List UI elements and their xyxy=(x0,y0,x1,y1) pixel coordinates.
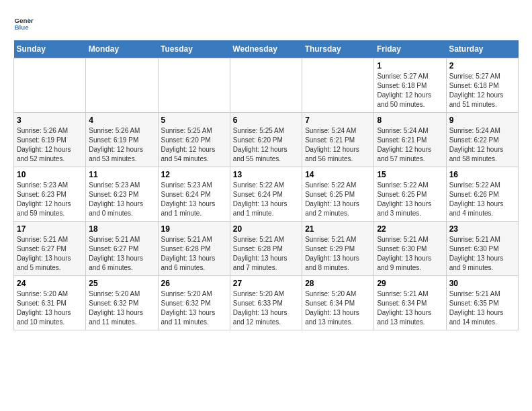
day-number: 26 xyxy=(161,279,227,288)
day-info: Sunrise: 5:20 AM Sunset: 6:31 PM Dayligh… xyxy=(17,289,83,327)
day-number: 15 xyxy=(377,170,443,179)
day-info: Sunrise: 5:21 AM Sunset: 6:34 PM Dayligh… xyxy=(377,289,443,327)
header-saturday: Saturday xyxy=(446,40,518,58)
page-header: General Blue xyxy=(13,13,519,34)
calendar-cell: 7Sunrise: 5:24 AM Sunset: 6:21 PM Daylig… xyxy=(302,113,374,167)
calendar-cell: 13Sunrise: 5:22 AM Sunset: 6:24 PM Dayli… xyxy=(230,167,302,222)
day-number: 5 xyxy=(161,116,227,125)
calendar-header-row: SundayMondayTuesdayWednesdayThursdayFrid… xyxy=(14,40,519,58)
day-info: Sunrise: 5:21 AM Sunset: 6:30 PM Dayligh… xyxy=(449,235,515,273)
calendar-cell: 14Sunrise: 5:22 AM Sunset: 6:25 PM Dayli… xyxy=(302,167,374,222)
calendar-table: SundayMondayTuesdayWednesdayThursdayFrid… xyxy=(13,40,519,330)
calendar-cell: 2Sunrise: 5:27 AM Sunset: 6:18 PM Daylig… xyxy=(446,58,518,113)
calendar-cell xyxy=(302,58,374,113)
day-number: 28 xyxy=(305,279,371,288)
calendar-cell: 18Sunrise: 5:21 AM Sunset: 6:27 PM Dayli… xyxy=(86,222,158,276)
calendar-cell: 16Sunrise: 5:22 AM Sunset: 6:26 PM Dayli… xyxy=(446,167,518,222)
calendar-cell: 4Sunrise: 5:26 AM Sunset: 6:19 PM Daylig… xyxy=(86,113,158,167)
calendar-cell: 11Sunrise: 5:23 AM Sunset: 6:23 PM Dayli… xyxy=(86,167,158,222)
day-number: 4 xyxy=(89,116,154,125)
day-info: Sunrise: 5:21 AM Sunset: 6:28 PM Dayligh… xyxy=(233,235,299,273)
calendar-cell: 21Sunrise: 5:21 AM Sunset: 6:29 PM Dayli… xyxy=(302,222,374,276)
calendar-cell xyxy=(14,58,86,113)
day-info: Sunrise: 5:21 AM Sunset: 6:35 PM Dayligh… xyxy=(449,289,515,327)
calendar-cell: 17Sunrise: 5:21 AM Sunset: 6:27 PM Dayli… xyxy=(14,222,86,276)
day-number: 2 xyxy=(449,61,515,71)
day-number: 8 xyxy=(377,116,443,125)
day-number: 24 xyxy=(17,279,83,288)
day-info: Sunrise: 5:21 AM Sunset: 6:28 PM Dayligh… xyxy=(161,235,227,273)
day-info: Sunrise: 5:20 AM Sunset: 6:32 PM Dayligh… xyxy=(161,289,227,327)
day-number: 27 xyxy=(233,279,299,288)
day-info: Sunrise: 5:22 AM Sunset: 6:24 PM Dayligh… xyxy=(233,181,299,218)
calendar-cell: 12Sunrise: 5:23 AM Sunset: 6:24 PM Dayli… xyxy=(158,167,230,222)
calendar-cell: 19Sunrise: 5:21 AM Sunset: 6:28 PM Dayli… xyxy=(158,222,230,276)
week-row-0: 1Sunrise: 5:27 AM Sunset: 6:18 PM Daylig… xyxy=(14,58,519,113)
day-number: 7 xyxy=(305,116,371,125)
calendar-cell: 24Sunrise: 5:20 AM Sunset: 6:31 PM Dayli… xyxy=(14,276,86,330)
header-sunday: Sunday xyxy=(14,40,86,58)
calendar-cell: 22Sunrise: 5:21 AM Sunset: 6:30 PM Dayli… xyxy=(374,222,446,276)
svg-text:Blue: Blue xyxy=(15,24,30,31)
day-number: 25 xyxy=(89,279,154,288)
day-info: Sunrise: 5:20 AM Sunset: 6:34 PM Dayligh… xyxy=(305,289,371,327)
day-info: Sunrise: 5:23 AM Sunset: 6:23 PM Dayligh… xyxy=(89,181,154,218)
day-info: Sunrise: 5:20 AM Sunset: 6:33 PM Dayligh… xyxy=(233,289,299,327)
calendar-cell xyxy=(86,58,158,113)
day-info: Sunrise: 5:24 AM Sunset: 6:22 PM Dayligh… xyxy=(449,126,515,164)
day-number: 6 xyxy=(233,116,299,125)
calendar-cell: 28Sunrise: 5:20 AM Sunset: 6:34 PM Dayli… xyxy=(302,276,374,330)
calendar-cell xyxy=(230,58,302,113)
day-info: Sunrise: 5:21 AM Sunset: 6:27 PM Dayligh… xyxy=(17,235,83,273)
calendar-cell: 6Sunrise: 5:25 AM Sunset: 6:20 PM Daylig… xyxy=(230,113,302,167)
day-number: 30 xyxy=(449,279,515,288)
day-info: Sunrise: 5:22 AM Sunset: 6:26 PM Dayligh… xyxy=(449,181,515,218)
day-number: 22 xyxy=(377,224,443,234)
day-number: 3 xyxy=(17,116,83,125)
day-number: 23 xyxy=(449,224,515,234)
day-number: 14 xyxy=(305,170,371,179)
day-number: 21 xyxy=(305,224,371,234)
day-info: Sunrise: 5:23 AM Sunset: 6:24 PM Dayligh… xyxy=(161,181,227,218)
header-monday: Monday xyxy=(86,40,158,58)
day-info: Sunrise: 5:21 AM Sunset: 6:27 PM Dayligh… xyxy=(89,235,154,273)
calendar-cell: 15Sunrise: 5:22 AM Sunset: 6:25 PM Dayli… xyxy=(374,167,446,222)
calendar-cell: 1Sunrise: 5:27 AM Sunset: 6:18 PM Daylig… xyxy=(374,58,446,113)
day-number: 19 xyxy=(161,224,227,234)
week-row-3: 17Sunrise: 5:21 AM Sunset: 6:27 PM Dayli… xyxy=(14,222,519,276)
calendar-cell: 3Sunrise: 5:26 AM Sunset: 6:19 PM Daylig… xyxy=(14,113,86,167)
day-number: 20 xyxy=(233,224,299,234)
header-friday: Friday xyxy=(374,40,446,58)
calendar-cell: 10Sunrise: 5:23 AM Sunset: 6:23 PM Dayli… xyxy=(14,167,86,222)
day-info: Sunrise: 5:25 AM Sunset: 6:20 PM Dayligh… xyxy=(161,126,227,164)
day-info: Sunrise: 5:24 AM Sunset: 6:21 PM Dayligh… xyxy=(305,126,371,164)
day-info: Sunrise: 5:26 AM Sunset: 6:19 PM Dayligh… xyxy=(17,126,83,164)
day-info: Sunrise: 5:21 AM Sunset: 6:29 PM Dayligh… xyxy=(305,235,371,273)
week-row-2: 10Sunrise: 5:23 AM Sunset: 6:23 PM Dayli… xyxy=(14,167,519,222)
day-info: Sunrise: 5:22 AM Sunset: 6:25 PM Dayligh… xyxy=(377,181,443,218)
day-info: Sunrise: 5:24 AM Sunset: 6:21 PM Dayligh… xyxy=(377,126,443,164)
logo: General Blue xyxy=(13,13,34,34)
week-row-1: 3Sunrise: 5:26 AM Sunset: 6:19 PM Daylig… xyxy=(14,113,519,167)
day-info: Sunrise: 5:25 AM Sunset: 6:20 PM Dayligh… xyxy=(233,126,299,164)
svg-text:General: General xyxy=(15,17,34,24)
calendar-cell: 5Sunrise: 5:25 AM Sunset: 6:20 PM Daylig… xyxy=(158,113,230,167)
day-number: 16 xyxy=(449,170,515,179)
day-number: 12 xyxy=(161,170,227,179)
day-info: Sunrise: 5:21 AM Sunset: 6:30 PM Dayligh… xyxy=(377,235,443,273)
calendar-cell: 25Sunrise: 5:20 AM Sunset: 6:32 PM Dayli… xyxy=(86,276,158,330)
calendar-cell xyxy=(158,58,230,113)
calendar-cell: 23Sunrise: 5:21 AM Sunset: 6:30 PM Dayli… xyxy=(446,222,518,276)
day-info: Sunrise: 5:27 AM Sunset: 6:18 PM Dayligh… xyxy=(449,72,515,109)
day-info: Sunrise: 5:23 AM Sunset: 6:23 PM Dayligh… xyxy=(17,181,83,218)
calendar-cell: 9Sunrise: 5:24 AM Sunset: 6:22 PM Daylig… xyxy=(446,113,518,167)
logo-icon: General Blue xyxy=(13,13,34,34)
day-info: Sunrise: 5:20 AM Sunset: 6:32 PM Dayligh… xyxy=(89,289,154,327)
header-wednesday: Wednesday xyxy=(230,40,302,58)
day-number: 13 xyxy=(233,170,299,179)
day-number: 18 xyxy=(89,224,154,234)
calendar-cell: 20Sunrise: 5:21 AM Sunset: 6:28 PM Dayli… xyxy=(230,222,302,276)
header-thursday: Thursday xyxy=(302,40,374,58)
calendar-cell: 8Sunrise: 5:24 AM Sunset: 6:21 PM Daylig… xyxy=(374,113,446,167)
calendar-cell: 29Sunrise: 5:21 AM Sunset: 6:34 PM Dayli… xyxy=(374,276,446,330)
